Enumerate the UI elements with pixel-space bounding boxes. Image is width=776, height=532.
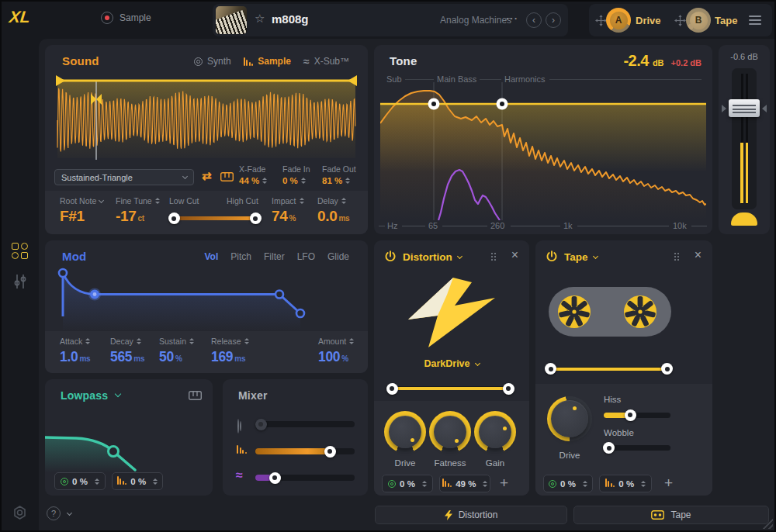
sample-record-button[interactable]: Sample (101, 12, 151, 24)
distortion-title-select[interactable]: Distortion (403, 251, 462, 263)
fx-slot-distortion[interactable]: Distortion (375, 506, 567, 524)
sidebar-item-modules[interactable] (12, 243, 28, 259)
favorite-star-icon[interactable]: ☆ (255, 12, 265, 26)
sustain-control[interactable]: Sustain 50% (159, 337, 194, 365)
macro-list-icon[interactable] (749, 16, 761, 25)
filter-curve-graph[interactable] (45, 410, 213, 472)
amount-value[interactable]: 100 (318, 349, 340, 365)
tape-send-a-stepper[interactable]: 0 % (543, 475, 593, 492)
waveform-select[interactable]: Sustained-Triangle (54, 169, 194, 185)
decay-value[interactable]: 565 (110, 349, 132, 365)
distortion-send-a-value[interactable]: 0 % (400, 479, 415, 489)
distortion-send-b-stepper[interactable]: 49 % (439, 475, 490, 492)
fine-tune-control[interactable]: Fine Tune -17ct (116, 196, 160, 225)
impact-control[interactable]: Impact 74% (272, 196, 304, 225)
tab-filter[interactable]: Filter (264, 251, 285, 262)
preset-thumbnail[interactable] (216, 6, 247, 34)
xfade-value[interactable]: 44 % (239, 176, 259, 185)
drag-handle-icon[interactable] (490, 252, 497, 261)
tab-xsub[interactable]: ≈X-Sub™ (303, 55, 349, 67)
env-node-sustain[interactable] (275, 291, 283, 299)
close-icon[interactable]: × (695, 248, 702, 262)
hiss-handle[interactable] (625, 409, 636, 421)
tab-pitch[interactable]: Pitch (230, 251, 251, 262)
fade-in-value[interactable]: 0 % (282, 176, 298, 185)
synth-level-handle[interactable] (255, 419, 267, 430)
tab-vol[interactable]: Vol (205, 251, 219, 262)
filter-send-a-stepper[interactable]: 0 % (54, 472, 106, 490)
delay-value[interactable]: 0.0 (317, 208, 338, 225)
attack-value[interactable]: 1.0 (60, 349, 78, 365)
add-send-button[interactable]: + (664, 475, 673, 492)
overflow-menu-icon[interactable]: ··· (506, 12, 518, 24)
filter-send-b-value[interactable]: 0 % (130, 477, 146, 486)
fatness-knob[interactable] (429, 411, 471, 453)
stepper-arrows[interactable] (345, 178, 350, 184)
settings-gear-icon[interactable] (12, 505, 28, 521)
prev-preset-button[interactable]: ‹ (526, 12, 542, 28)
add-send-button[interactable]: + (500, 475, 508, 492)
distortion-mode-select[interactable]: DarkDrive (374, 358, 529, 369)
high-cut-handle[interactable] (250, 212, 262, 224)
release-control[interactable]: Release 169ms (211, 337, 249, 365)
sample-level-handle[interactable] (324, 446, 336, 458)
close-icon[interactable]: × (511, 248, 518, 262)
root-note-value[interactable]: F#1 (60, 208, 103, 225)
help-button[interactable]: ? (47, 506, 71, 520)
sustain-value[interactable]: 50 (159, 349, 174, 365)
drive-knob[interactable] (384, 411, 426, 453)
tone-graph[interactable] (380, 82, 706, 220)
xsub-level-handle[interactable] (269, 472, 281, 484)
tab-synth[interactable]: Synth (194, 56, 231, 67)
tape-range-handle-left[interactable] (545, 363, 556, 375)
synth-level-track[interactable] (255, 421, 355, 427)
fade-in-control[interactable]: Fade In 0 % (282, 164, 310, 185)
loop-mode-button[interactable]: ⇄ (202, 169, 212, 183)
envelope-graph[interactable] (45, 262, 368, 331)
root-note-control[interactable]: Root Note F#1 (60, 196, 103, 225)
tape-range-handle-right[interactable] (661, 363, 673, 375)
move-macro-b-icon[interactable] (674, 15, 686, 26)
filter-keytrack-icon[interactable] (189, 391, 202, 400)
drag-handle-icon[interactable] (674, 252, 680, 261)
tape-send-a-value[interactable]: 0 % (560, 479, 576, 489)
output-fader-handle[interactable] (729, 99, 760, 117)
tape-send-b-value[interactable]: 0 % (618, 479, 634, 489)
preset-name[interactable]: m808g (272, 12, 309, 26)
decay-control[interactable]: Decay 565ms (110, 337, 144, 365)
tab-glide[interactable]: Glide (327, 251, 349, 262)
delay-control[interactable]: Delay 0.0ms (317, 196, 349, 225)
gain-knob[interactable] (474, 411, 516, 453)
tone-gain-value[interactable]: -2.4 (623, 52, 648, 70)
env-node-attack[interactable] (59, 269, 67, 277)
sidebar-item-mixer[interactable] (13, 273, 27, 290)
low-cut-handle[interactable] (168, 212, 180, 224)
xfade-control[interactable]: X-Fade 44 % (239, 164, 267, 185)
output-fader-track[interactable] (732, 68, 757, 209)
filter-send-a-value[interactable]: 0 % (72, 477, 88, 486)
tape-power-button[interactable] (546, 250, 558, 263)
move-macro-a-icon[interactable] (595, 15, 607, 26)
distortion-power-button[interactable] (384, 250, 397, 263)
fade-out-value[interactable]: 81 % (322, 176, 342, 185)
distortion-send-b-value[interactable]: 49 % (456, 479, 476, 489)
keytrack-button[interactable] (220, 172, 234, 181)
fade-out-control[interactable]: Fade Out 81 % (322, 164, 356, 185)
tape-drive-knob[interactable] (547, 396, 592, 441)
wobble-handle[interactable] (603, 442, 615, 454)
macro-b-knob[interactable]: B (686, 8, 711, 33)
cutoff-node[interactable] (109, 447, 119, 457)
tab-sample[interactable]: Sample (244, 56, 291, 67)
output-level-value[interactable]: -0.6 dB (719, 52, 770, 61)
attack-control[interactable]: Attack 1.0ms (60, 337, 90, 365)
distortion-range-handle-right[interactable] (503, 383, 514, 395)
filter-send-b-stepper[interactable]: 0 % (112, 472, 163, 490)
amount-control[interactable]: Amount 100% (318, 337, 354, 365)
macro-a-knob[interactable]: A (606, 8, 631, 33)
tab-lfo[interactable]: LFO (297, 251, 315, 262)
fx-slot-tape[interactable]: Tape (573, 506, 769, 524)
waveform-display[interactable] (54, 74, 359, 164)
filter-type-select[interactable]: Lowpass (61, 389, 120, 402)
next-preset-button[interactable]: › (546, 12, 561, 28)
release-value[interactable]: 169 (211, 349, 233, 365)
